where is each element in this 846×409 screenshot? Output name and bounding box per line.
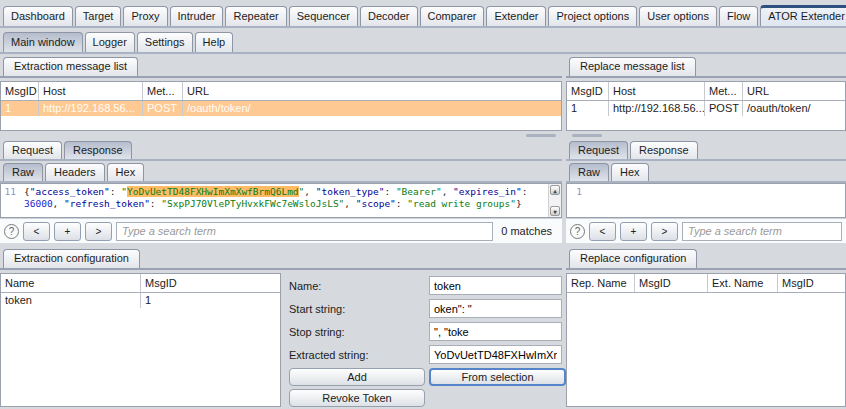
splitter-handle-icon[interactable]	[572, 134, 602, 137]
replace-configuration-body: Rep. NameMsgIDExt. NameMsgID	[566, 273, 846, 407]
tab-headers[interactable]: Headers	[45, 163, 105, 181]
tab-request[interactable]: Request	[569, 141, 628, 159]
tab-hex[interactable]: Hex	[611, 163, 649, 181]
search-prev-button[interactable]: <	[589, 222, 616, 241]
code-token: :	[150, 198, 161, 209]
scroll-down-icon[interactable]: ▼	[550, 206, 560, 216]
revoke-token-button[interactable]: Revoke Token	[289, 389, 425, 407]
table-row[interactable]: 1http://192.168.56...POST/oauth/token/	[1, 101, 561, 116]
start-string-field-label: Start string:	[289, 303, 429, 315]
splitter-handle-icon[interactable]	[526, 134, 556, 137]
column-header-name[interactable]: Name	[1, 274, 141, 292]
tab-intruder[interactable]: Intruder	[170, 6, 224, 26]
request-editor[interactable]: 1	[566, 183, 846, 218]
search-input[interactable]	[116, 222, 493, 241]
tab-raw[interactable]: Raw	[569, 163, 609, 181]
column-header-met[interactable]: Met...	[705, 82, 743, 100]
tab-raw[interactable]: Raw	[3, 163, 43, 181]
highlighted-token: YoDvUetTD48FXHwImXmXwfBrmQ6Lmd	[127, 186, 299, 197]
extracted-string-field[interactable]	[429, 345, 562, 364]
replace-message-list-tab[interactable]: Replace message list	[569, 57, 696, 76]
search-matches-count: 0 matches	[497, 225, 558, 237]
search-prev-button[interactable]: <	[23, 222, 50, 241]
table-row[interactable]: token1	[1, 293, 280, 308]
column-header-host[interactable]: Host	[609, 82, 705, 100]
extraction-message-list-tab[interactable]: Extraction message list	[3, 57, 138, 76]
response-editor[interactable]: 11 {"access_token": "YoDvUetTD48FXHwImXm…	[0, 183, 562, 218]
extraction-configuration-body: NameMsgIDtoken1 Name: Start string: Stop…	[0, 273, 562, 407]
tab-comparer[interactable]: Comparer	[420, 6, 485, 26]
column-header-url[interactable]: URL	[183, 82, 561, 100]
response-body-text[interactable]: {"access_token": "YoDvUetTD48FXHwImXmXwf…	[19, 184, 548, 217]
tab-settings[interactable]: Settings	[137, 32, 193, 52]
add-button[interactable]: Add	[289, 368, 425, 386]
tab-proxy[interactable]: Proxy	[123, 6, 167, 26]
tab-repeater[interactable]: Repeater	[225, 6, 286, 26]
horizontal-splitter[interactable]	[566, 131, 846, 139]
table-cell: POST	[705, 101, 743, 116]
message-format-tabs: RawHex	[566, 161, 846, 183]
search-next-button[interactable]: >	[651, 222, 678, 241]
table-row[interactable]: 1http://192.168.56...POST/oauth/token/	[567, 101, 845, 116]
tab-sequencer[interactable]: Sequencer	[289, 6, 358, 26]
tab-logger[interactable]: Logger	[85, 32, 135, 52]
horizontal-splitter[interactable]	[0, 131, 562, 139]
tab-help[interactable]: Help	[195, 32, 234, 52]
column-header-msgid[interactable]: MsgID	[1, 82, 39, 100]
tab-hex[interactable]: Hex	[107, 163, 145, 181]
column-header-msgid[interactable]: MsgID	[635, 274, 708, 292]
search-add-button[interactable]: +	[620, 222, 647, 241]
stop-string-field[interactable]	[429, 322, 562, 341]
column-header-rep-name[interactable]: Rep. Name	[567, 274, 635, 292]
scroll-up-icon[interactable]: ▲	[550, 185, 560, 195]
table-cell: http://192.168.56...	[609, 101, 705, 116]
replace-configuration-tab[interactable]: Replace configuration	[569, 249, 697, 268]
tab-user-options[interactable]: User options	[639, 6, 717, 26]
name-field[interactable]	[429, 276, 562, 295]
tab-flow[interactable]: Flow	[719, 6, 758, 26]
extraction-panel: Extraction message list MsgIDHostMet...U…	[0, 56, 562, 407]
tab-project-options[interactable]: Project options	[548, 6, 637, 26]
message-format-tabs: RawHeadersHex	[0, 161, 562, 183]
code-token: 36000	[24, 198, 53, 209]
search-next-button[interactable]: >	[85, 222, 112, 241]
column-header-host[interactable]: Host	[39, 82, 143, 100]
column-header-msgid[interactable]: MsgID	[567, 82, 609, 100]
tab-response[interactable]: Response	[64, 141, 132, 159]
extraction-configuration-tab[interactable]: Extraction configuration	[3, 249, 140, 268]
tab-extender[interactable]: Extender	[486, 6, 546, 26]
search-input[interactable]	[682, 222, 842, 241]
replace-message-list-header: Replace message list	[566, 56, 846, 78]
message-viewer-tabs: RequestResponse	[566, 139, 846, 161]
table-cell: POST	[143, 101, 183, 116]
table-cell: 1	[141, 293, 280, 308]
column-header-msgid[interactable]: MsgID	[141, 274, 280, 292]
column-header-msgid[interactable]: MsgID	[778, 274, 845, 292]
editor-scrollbar[interactable]: ▲ ▼	[548, 184, 561, 217]
tab-dashboard[interactable]: Dashboard	[3, 6, 73, 26]
column-header-met[interactable]: Met...	[143, 82, 183, 100]
extraction-configuration-header: Extraction configuration	[0, 248, 562, 270]
table-cell: 1	[1, 101, 39, 116]
from-selection-button[interactable]: From selection	[429, 368, 566, 386]
replace-configuration-header: Replace configuration	[566, 248, 846, 270]
main-content: Extraction message list MsgIDHostMet...U…	[0, 56, 846, 407]
request-body-text[interactable]	[585, 184, 845, 217]
request-search-bar: ? < + >	[566, 218, 846, 243]
table-header-row: MsgIDHostMet...URL	[567, 82, 845, 101]
column-header-ext-name[interactable]: Ext. Name	[708, 274, 778, 292]
tab-main-window[interactable]: Main window	[3, 32, 83, 52]
column-header-url[interactable]: URL	[743, 82, 845, 100]
help-icon[interactable]: ?	[4, 224, 19, 239]
search-add-button[interactable]: +	[54, 222, 81, 241]
tab-response[interactable]: Response	[630, 141, 698, 159]
tab-target[interactable]: Target	[75, 6, 122, 26]
help-icon[interactable]: ?	[570, 224, 585, 239]
code-token: "refresh_token"	[64, 198, 150, 209]
tab-ator-extender[interactable]: ATOR Extender	[760, 5, 846, 26]
extraction-config-table: NameMsgIDtoken1	[0, 273, 281, 407]
tab-decoder[interactable]: Decoder	[360, 6, 418, 26]
extraction-config-form: Name: Start string: Stop string: Extract…	[281, 273, 567, 407]
tab-request[interactable]: Request	[3, 141, 62, 159]
start-string-field[interactable]	[429, 299, 562, 318]
